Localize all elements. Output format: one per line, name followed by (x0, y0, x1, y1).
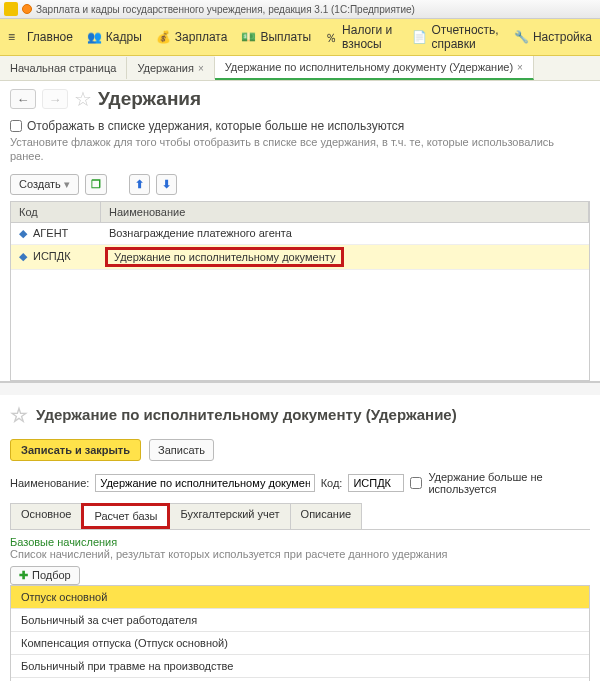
deductions-grid[interactable]: Код Наименование ◆АГЕНТ Вознаграждение п… (10, 201, 590, 381)
move-down-button[interactable]: ⬇ (156, 174, 177, 195)
tab-main[interactable]: Основное (10, 503, 82, 529)
forward-button[interactable]: → (42, 89, 68, 109)
favorite-icon[interactable]: ☆ (74, 87, 92, 111)
pick-button[interactable]: ✚Подбор (10, 566, 80, 585)
bars-icon: ≡ (8, 30, 22, 44)
tab-description[interactable]: Описание (290, 503, 363, 529)
window-title: Зарплата и кадры государственного учрежд… (36, 4, 415, 15)
base-description: Список начислений, результат которых исп… (10, 548, 590, 560)
show-unused-checkbox[interactable] (10, 120, 22, 132)
deductions-list-page: ← → ☆ Удержания Отображать в списке удер… (0, 81, 600, 383)
col-code[interactable]: Код (11, 202, 101, 222)
tab-accounting[interactable]: Бухгалтерский учет (169, 503, 290, 529)
menu-reports[interactable]: 📄Отчетность, справки (412, 23, 499, 51)
wallet-icon: 💰 (156, 30, 170, 44)
tab-start-page[interactable]: Начальная страница (0, 57, 127, 79)
row-marker-icon: ◆ (19, 227, 27, 239)
list-item[interactable]: Отпуск основной (11, 586, 589, 609)
doc-icon: 📄 (412, 30, 426, 44)
form-tabs: Основное Расчет базы Бухгалтерский учет … (10, 503, 590, 530)
save-button[interactable]: Записать (149, 439, 214, 461)
list-item[interactable]: Больничный при травме на производстве (11, 655, 589, 678)
tab-deductions-list[interactable]: Удержания× (127, 57, 214, 79)
save-close-button[interactable]: Записать и закрыть (10, 439, 141, 461)
base-accruals-list[interactable]: Отпуск основной Больничный за счет работ… (10, 585, 590, 681)
list-item[interactable]: Компенсация отпуска (Отпуск основной) (11, 632, 589, 655)
menu-salary[interactable]: 💰Зарплата (156, 30, 228, 44)
document-tabs: Начальная страница Удержания× Удержание … (0, 56, 600, 81)
menu-taxes[interactable]: ％Налоги и взносы (325, 23, 398, 51)
cash-icon: 💵 (241, 30, 255, 44)
window-titlebar: Зарплата и кадры государственного учрежд… (0, 0, 600, 19)
base-header: Базовые начисления (10, 536, 590, 548)
back-button[interactable]: ← (10, 89, 36, 109)
menu-settings[interactable]: 🔧Настройка (514, 30, 592, 44)
name-label: Наименование: (10, 477, 89, 489)
grid-row[interactable]: ◆АГЕНТ Вознаграждение платежного агента (11, 223, 589, 245)
show-unused-label: Отображать в списке удержания, которые б… (27, 119, 404, 133)
menu-home[interactable]: ≡Главное (8, 30, 73, 44)
list-item[interactable]: Больничный за счет работодателя (11, 609, 589, 632)
menu-payments[interactable]: 💵Выплаты (241, 30, 311, 44)
copy-button[interactable]: ❐ (85, 174, 107, 195)
create-button[interactable]: Создать▾ (10, 174, 79, 195)
tab-deduction-doc[interactable]: Удержание по исполнительному документу (… (215, 56, 534, 80)
percent-icon: ％ (325, 30, 337, 44)
people-icon: 👥 (87, 30, 101, 44)
code-label: Код: (321, 477, 343, 489)
list-item[interactable]: Оплата вынужденного простоя (11, 678, 589, 681)
deduction-form: ☆ Удержание по исполнительному документу… (0, 395, 600, 681)
unused-checkbox[interactable] (410, 477, 422, 489)
code-input[interactable] (348, 474, 404, 492)
plus-icon: ✚ (19, 569, 28, 582)
app-logo-icon (4, 2, 18, 16)
arrow-up-icon: ⬆ (135, 178, 144, 191)
close-icon[interactable]: × (517, 62, 523, 73)
page-title: Удержания (98, 88, 201, 110)
hint-text: Установите флажок для того чтобы отобраз… (10, 135, 590, 164)
wrench-icon: 🔧 (514, 30, 528, 44)
favorite-icon[interactable]: ☆ (10, 403, 28, 427)
col-name[interactable]: Наименование (101, 202, 589, 222)
form-title: Удержание по исполнительному документу (… (36, 406, 457, 423)
row-marker-icon: ◆ (19, 250, 27, 262)
move-up-button[interactable]: ⬆ (129, 174, 150, 195)
app-orb-icon (22, 4, 32, 14)
unused-label: Удержание больше не используется (428, 471, 590, 495)
arrow-down-icon: ⬇ (162, 178, 171, 191)
highlighted-name: Удержание по исполнительному документу (105, 247, 344, 267)
copy-icon: ❐ (91, 178, 101, 191)
grid-row[interactable]: ◆ИСПДК Удержание по исполнительному доку… (11, 245, 589, 270)
tab-base-calc[interactable]: Расчет базы (81, 503, 170, 529)
main-menu: ≡Главное 👥Кадры 💰Зарплата 💵Выплаты ％Нало… (0, 19, 600, 56)
close-icon[interactable]: × (198, 63, 204, 74)
name-input[interactable] (95, 474, 314, 492)
menu-personnel[interactable]: 👥Кадры (87, 30, 142, 44)
